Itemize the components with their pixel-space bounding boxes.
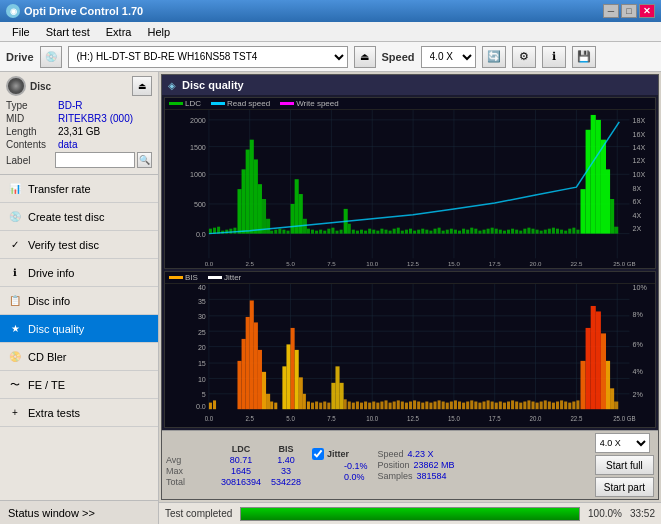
maximize-button[interactable]: □ xyxy=(621,4,637,18)
verify-test-disc-icon: ✓ xyxy=(8,238,22,252)
svg-rect-107 xyxy=(474,229,477,234)
svg-rect-201 xyxy=(299,378,303,410)
start-full-button[interactable]: Start full xyxy=(595,455,654,475)
sidebar-item-transfer-rate[interactable]: 📊 Transfer rate xyxy=(0,175,158,203)
svg-rect-244 xyxy=(474,402,477,410)
position-value: 23862 MB xyxy=(414,460,455,470)
save-button[interactable]: 💾 xyxy=(572,46,596,68)
menu-start-test[interactable]: Start test xyxy=(38,24,98,40)
svg-rect-269 xyxy=(576,401,579,410)
info-button[interactable]: ℹ xyxy=(542,46,566,68)
svg-text:10X: 10X xyxy=(633,171,646,178)
sidebar-item-create-test-disc[interactable]: 💿 Create test disc xyxy=(0,203,158,231)
label-input[interactable] xyxy=(55,152,135,168)
svg-rect-241 xyxy=(462,403,465,410)
svg-rect-59 xyxy=(278,229,281,234)
eject-button[interactable]: ⏏ xyxy=(354,46,376,68)
svg-rect-140 xyxy=(614,227,618,234)
svg-rect-114 xyxy=(503,231,506,234)
avg-label: Avg xyxy=(166,455,216,465)
svg-rect-125 xyxy=(548,229,551,234)
drive-select[interactable]: (H:) HL-DT-ST BD-RE WH16NS58 TST4 xyxy=(68,46,348,68)
svg-rect-225 xyxy=(397,401,400,410)
minimize-button[interactable]: ─ xyxy=(603,4,619,18)
svg-rect-126 xyxy=(552,228,555,234)
jitter-header: Jitter xyxy=(312,448,368,460)
svg-rect-238 xyxy=(450,402,453,410)
start-part-button[interactable]: Start part xyxy=(595,477,654,497)
sidebar-item-disc-quality[interactable]: ★ Disc quality xyxy=(0,315,158,343)
svg-rect-245 xyxy=(478,403,481,410)
bottom-chart-body: 40 35 30 25 20 15 10 5 0.0 10% 8% xyxy=(165,284,655,427)
sidebar-item-fe-te[interactable]: 〜 FE / TE xyxy=(0,371,158,399)
svg-rect-89 xyxy=(401,231,404,234)
menu-help[interactable]: Help xyxy=(139,24,178,40)
disc-header: Disc ⏏ xyxy=(6,76,152,96)
svg-rect-222 xyxy=(384,401,387,410)
svg-rect-200 xyxy=(295,350,299,409)
bis-legend-dot xyxy=(169,276,183,279)
svg-rect-221 xyxy=(380,402,383,410)
svg-rect-242 xyxy=(466,402,469,410)
drive-bar: Drive 💿 (H:) HL-DT-ST BD-RE WH16NS58 TST… xyxy=(0,42,661,72)
svg-rect-260 xyxy=(540,402,543,410)
svg-rect-123 xyxy=(540,231,543,234)
speed-select2[interactable]: 4.0 X xyxy=(595,433,650,453)
svg-text:4%: 4% xyxy=(633,367,644,376)
svg-text:10.0: 10.0 xyxy=(366,415,378,422)
svg-text:30: 30 xyxy=(198,312,206,321)
svg-rect-79 xyxy=(360,230,363,234)
sidebar-item-extra-tests[interactable]: + Extra tests xyxy=(0,399,158,427)
menu-extra[interactable]: Extra xyxy=(98,24,140,40)
svg-rect-68 xyxy=(315,231,318,234)
dq-title: Disc quality xyxy=(182,79,244,91)
sidebar-item-disc-info[interactable]: 📋 Disc info xyxy=(0,287,158,315)
svg-rect-120 xyxy=(527,228,530,234)
jitter-label: Jitter xyxy=(327,449,349,459)
svg-rect-112 xyxy=(495,229,498,234)
svg-text:0.0: 0.0 xyxy=(205,415,214,422)
svg-rect-219 xyxy=(372,402,375,410)
svg-rect-101 xyxy=(450,229,453,234)
sidebar-item-verify-test-disc[interactable]: ✓ Verify test disc xyxy=(0,231,158,259)
svg-text:40: 40 xyxy=(198,284,206,292)
close-button[interactable]: ✕ xyxy=(639,4,655,18)
svg-rect-264 xyxy=(556,402,559,410)
svg-rect-194 xyxy=(266,394,270,409)
avg-jitter: -0.1% xyxy=(344,461,368,471)
speed-select[interactable]: 4.0 X xyxy=(421,46,476,68)
length-label: Length xyxy=(6,126,58,137)
disc-eject-button[interactable]: ⏏ xyxy=(132,76,152,96)
disc-info-icon: 📋 xyxy=(8,294,22,308)
svg-rect-113 xyxy=(499,230,502,234)
svg-rect-121 xyxy=(531,229,534,234)
svg-text:12.5: 12.5 xyxy=(407,415,419,422)
svg-rect-96 xyxy=(429,231,432,234)
settings-button[interactable]: ⚙ xyxy=(512,46,536,68)
svg-rect-255 xyxy=(519,403,522,410)
sidebar-item-cd-bler[interactable]: 📀 CD Bler xyxy=(0,343,158,371)
dq-header: ◈ Disc quality xyxy=(162,75,658,95)
drive-info-label: Drive info xyxy=(28,267,74,279)
svg-rect-215 xyxy=(356,402,359,410)
svg-text:2.5: 2.5 xyxy=(245,415,254,422)
refresh-button[interactable]: 🔄 xyxy=(482,46,506,68)
svg-text:8%: 8% xyxy=(633,310,644,319)
svg-rect-133 xyxy=(580,189,585,234)
svg-rect-90 xyxy=(405,230,408,234)
jitter-checkbox[interactable] xyxy=(312,448,324,460)
avg-row: Avg 80.71 1.40 xyxy=(166,455,306,465)
label-button[interactable]: 🔍 xyxy=(137,152,152,168)
svg-rect-67 xyxy=(311,230,314,234)
menu-file[interactable]: File xyxy=(4,24,38,40)
svg-rect-76 xyxy=(348,224,351,234)
sidebar-item-drive-info[interactable]: ℹ Drive info xyxy=(0,259,158,287)
sidebar: Disc ⏏ Type BD-R MID RITEKBR3 (000) Leng… xyxy=(0,72,159,524)
jitter-section: Jitter -0.1% 0.0% xyxy=(312,448,368,482)
drive-icon-btn[interactable]: 💿 xyxy=(40,46,62,68)
svg-rect-205 xyxy=(315,402,318,410)
svg-text:2X: 2X xyxy=(633,225,642,232)
status-window-button[interactable]: Status window >> xyxy=(0,500,158,524)
drive-label: Drive xyxy=(6,51,34,63)
svg-rect-110 xyxy=(487,229,490,234)
